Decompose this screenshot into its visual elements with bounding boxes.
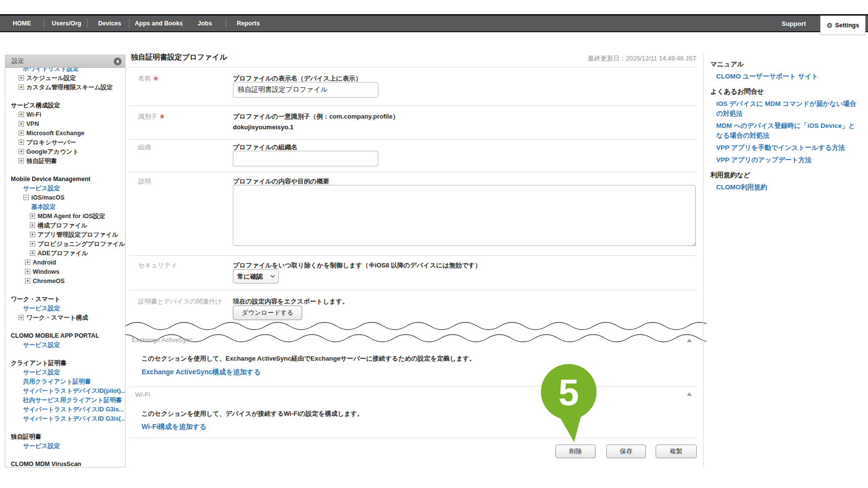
sidebar-item-provisioning-profile[interactable]: プロビジョニングプロファイル bbox=[5, 240, 125, 249]
name-label: 名前※ bbox=[138, 74, 158, 83]
settings-tab[interactable]: ⚙ Settings bbox=[820, 16, 866, 35]
sidebar-item-google-account[interactable]: Googleアカウント bbox=[5, 147, 125, 157]
nav-divider bbox=[182, 19, 183, 28]
divider bbox=[129, 438, 697, 438]
chevron-down-icon bbox=[270, 273, 275, 278]
sidebar-tree: ホワイトリスト設定 スケジュール設定 カスタム管理権限スキーム設定 サービス構成… bbox=[5, 68, 125, 468]
sidebar-item-windows[interactable]: Windows bbox=[5, 267, 125, 277]
expand-icon[interactable] bbox=[19, 140, 24, 145]
description-textarea[interactable] bbox=[233, 185, 696, 246]
settings-tree-panel: 設定 ホワイトリスト設定 スケジュール設定 カスタム管理権限スキーム設定 サービ… bbox=[5, 55, 125, 468]
exchange-section-desc: このセクションを使用して、Exchange ActiveSync経由でExcha… bbox=[142, 354, 475, 363]
sidebar-item-mdm-agent-ios[interactable]: MDM Agent for iOS設定 bbox=[5, 212, 125, 221]
add-wifi-config-link[interactable]: Wi-Fi構成を追加する bbox=[142, 423, 207, 431]
name-input[interactable] bbox=[233, 82, 378, 98]
download-button[interactable]: ダウンロードする bbox=[233, 305, 302, 320]
nav-users-org[interactable]: Users/Org bbox=[52, 16, 81, 31]
gear-icon: ⚙ bbox=[827, 22, 833, 29]
description-label: 説明 bbox=[138, 177, 151, 186]
terms-heading: 利用規約など bbox=[710, 170, 857, 180]
sidebar-item-ms-exchange[interactable]: Microsoft Exchange bbox=[5, 129, 125, 138]
expand-icon[interactable] bbox=[25, 278, 30, 284]
sidebar-item-cert-service-settings[interactable]: サービス設定 bbox=[5, 442, 125, 451]
expand-icon[interactable] bbox=[19, 130, 24, 136]
expand-icon[interactable] bbox=[30, 223, 35, 228]
nav-reports[interactable]: Reports bbox=[237, 16, 260, 31]
sidebar-item-android[interactable]: Android bbox=[5, 258, 125, 267]
faq-link-vpp-update[interactable]: VPP アプリのアップデート方法 bbox=[716, 155, 857, 165]
sidebar-item-custom-rights[interactable]: カスタム管理権限スキーム設定 bbox=[5, 83, 125, 92]
divider bbox=[129, 255, 697, 256]
sidebar-item-vpn[interactable]: VPN bbox=[5, 120, 125, 129]
faq-link-mdm-command[interactable]: iOS デバイスに MDM コマンドが届かない場合の対処法 bbox=[716, 99, 857, 119]
sidebar-item-portal-service-settings[interactable]: サービス設定 bbox=[5, 341, 125, 350]
divider bbox=[129, 386, 697, 387]
expand-icon[interactable] bbox=[30, 213, 35, 219]
nav-divider bbox=[226, 19, 226, 28]
faq-link-vpp-manual-install[interactable]: VPP アプリを手動でインストールする方法 bbox=[716, 143, 857, 153]
sidebar-item-ws-service-settings[interactable]: サービス設定 bbox=[5, 304, 125, 313]
duplicate-button[interactable]: 複製 bbox=[656, 445, 697, 458]
sidebar-item-ade-profile[interactable]: ADEプロファイル bbox=[5, 249, 125, 258]
expand-icon[interactable] bbox=[19, 84, 24, 90]
sidebar-section-app-portal: CLOMO MOBILE APP PORTAL bbox=[5, 331, 125, 341]
sidebar-item-proxy[interactable]: プロキシサーバー bbox=[5, 138, 125, 147]
expand-icon[interactable] bbox=[30, 241, 35, 246]
expand-icon[interactable] bbox=[19, 121, 24, 126]
chevron-left-icon bbox=[116, 60, 119, 63]
expand-icon[interactable] bbox=[19, 158, 24, 163]
sidebar-item-shared-client-cert[interactable]: 共用クライアント証明書 bbox=[5, 377, 125, 386]
sidebar-header: 設定 bbox=[5, 55, 125, 68]
security-desc: プロファイルをいつ取り除くかを制御します（※iOS8 以降のデバイスには無効です… bbox=[233, 261, 481, 270]
expand-icon[interactable] bbox=[19, 112, 24, 117]
sidebar-item-chromeos[interactable]: ChromeOS bbox=[5, 277, 125, 286]
organization-input[interactable] bbox=[233, 151, 378, 166]
sidebar-item-basic-settings[interactable]: 基本設定 bbox=[5, 203, 125, 212]
collapse-section-icon[interactable] bbox=[687, 392, 692, 396]
sidebar-item-custom-cert[interactable]: 独自証明書 bbox=[5, 157, 125, 166]
collapse-sidebar-button[interactable] bbox=[114, 58, 122, 65]
sidebar-section-mdm: Mobile Device Management bbox=[5, 175, 125, 184]
collapse-icon[interactable] bbox=[23, 195, 29, 200]
nav-jobs[interactable]: Jobs bbox=[198, 16, 212, 31]
sidebar-item-mdm-service-settings[interactable]: サービス設定 bbox=[5, 184, 125, 193]
sidebar-item-ios-macos[interactable]: iOS/macOS bbox=[5, 193, 125, 203]
sidebar-item-wifi[interactable]: Wi-Fi bbox=[5, 110, 125, 120]
expand-icon[interactable] bbox=[25, 260, 30, 265]
faq-link-ios-device[interactable]: MDM へのデバイス登録時に「iOS Device」となる場合の対処法 bbox=[716, 121, 857, 141]
sidebar-item-schedule[interactable]: スケジュール設定 bbox=[5, 74, 125, 83]
nav-home[interactable]: HOME bbox=[13, 16, 31, 31]
content-cut-wave bbox=[125, 320, 706, 345]
sidebar-item-cc-service-settings[interactable]: サービス設定 bbox=[5, 368, 125, 377]
save-button[interactable]: 保存 bbox=[606, 445, 646, 458]
sidebar-section-work-smart: ワーク・スマート bbox=[5, 295, 125, 304]
expand-icon[interactable] bbox=[19, 149, 24, 154]
sidebar-item-internal-client-cert[interactable]: 社内サービス用クライアント証明書 bbox=[5, 396, 125, 405]
clomo-support-site-link[interactable]: CLOMO ユーザーサポート サイト bbox=[716, 72, 857, 81]
security-select[interactable]: 常に確認 bbox=[233, 269, 279, 284]
clomo-terms-link[interactable]: CLOMO利用規約 bbox=[716, 183, 857, 192]
sidebar-item-config-profile[interactable]: 構成プロファイル bbox=[5, 221, 125, 230]
required-mark: ※ bbox=[160, 113, 165, 120]
wifi-section-desc: このセクションを使用して、デバイスが接続するWi-Fiの設定を構成します。 bbox=[142, 409, 363, 418]
expand-icon[interactable] bbox=[19, 315, 24, 320]
add-exchange-config-link[interactable]: Exchange ActiveSync構成を追加する bbox=[142, 368, 261, 377]
last-updated: 最終更新日：2025/12/11 14:49:46 JST bbox=[588, 54, 697, 63]
expand-icon[interactable] bbox=[30, 250, 35, 256]
organization-label: 組織 bbox=[138, 143, 151, 152]
sidebar-item-cybertrust-pilot[interactable]: サイバートラストデバイスID(pilot)... bbox=[5, 386, 125, 396]
expand-icon[interactable] bbox=[25, 269, 30, 274]
sidebar-item-work-smart-config[interactable]: ワーク・スマート構成 bbox=[5, 313, 125, 323]
sidebar-item-cybertrust-g3is-2[interactable]: サイバートラストデバイスID G3is(... bbox=[5, 414, 125, 424]
cert-device-label: 証明書とデバイスの関連付け bbox=[138, 297, 222, 306]
nav-devices[interactable]: Devices bbox=[98, 16, 121, 31]
delete-button[interactable]: 削除 bbox=[556, 445, 596, 458]
sidebar-item-cybertrust-g3is[interactable]: サイバートラストデバイスID G3is... bbox=[5, 405, 125, 414]
sidebar-section-virusscan: CLOMO MDM VirusScan bbox=[5, 460, 125, 468]
expand-icon[interactable] bbox=[30, 232, 35, 237]
expand-icon[interactable] bbox=[19, 75, 24, 81]
sidebar-item-app-mgmt-profile[interactable]: アプリ管理設定プロファイル bbox=[5, 230, 125, 240]
nav-support[interactable]: Support bbox=[782, 16, 806, 31]
collapse-section-icon[interactable] bbox=[687, 339, 692, 342]
nav-apps-and-books[interactable]: Apps and Books bbox=[135, 16, 183, 31]
